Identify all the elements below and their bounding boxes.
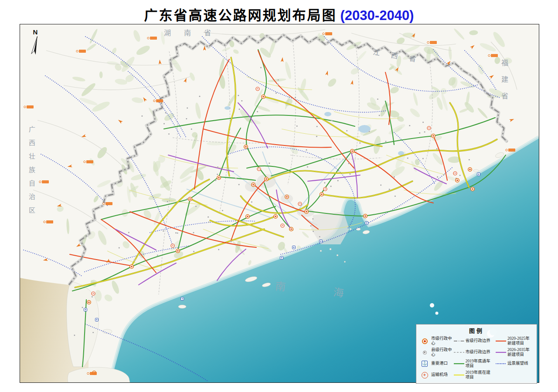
title-year: (2030-2040) (340, 8, 414, 23)
county-marker (92, 332, 94, 333)
county-marker (238, 95, 239, 96)
compass-north-label: N (28, 29, 43, 35)
city-label-chip (103, 202, 112, 205)
port-marker (181, 297, 184, 301)
county-marker (218, 249, 219, 250)
svg-text:✈: ✈ (281, 224, 283, 227)
county-marker (217, 166, 218, 168)
city-marker (274, 215, 277, 218)
airport-marker: ✈ (171, 244, 174, 247)
county-marker (82, 307, 83, 308)
county-marker (409, 125, 410, 126)
county-marker (191, 128, 192, 130)
airport-marker: ✈ (298, 202, 302, 206)
county-marker (215, 180, 216, 181)
county-marker (157, 254, 158, 256)
port-marker (320, 240, 323, 243)
legend-item-prospect: 远景展望线 (496, 358, 534, 369)
city-marker (217, 176, 221, 179)
county-marker (295, 97, 296, 98)
county-marker (377, 98, 378, 100)
county-marker (241, 100, 242, 101)
legend-item-city-center: 市级行政中心 (419, 335, 452, 347)
county-marker (437, 176, 438, 178)
county-marker (324, 182, 325, 183)
county-marker (260, 67, 262, 68)
svg-text:✈: ✈ (256, 88, 259, 90)
legend-item-construction-2019: 2019年底在建项目 (454, 369, 494, 381)
county-marker (238, 108, 240, 110)
airport-marker: ✈ (323, 187, 327, 191)
city-label-chip (44, 220, 53, 223)
county-marker (92, 296, 93, 297)
legend-item-new-2020-2025: 2020-2025年新建项目 (496, 335, 534, 347)
city-label-chip (87, 372, 97, 375)
city-label-chip (76, 50, 86, 53)
new-2026-2035-line-icon (496, 351, 506, 354)
county-marker (395, 196, 396, 197)
port-marker (95, 318, 99, 321)
city-marker (244, 145, 248, 149)
legend-item-new-2026-2035: 2026-2035年新建项目 (496, 347, 534, 358)
county-marker (186, 118, 187, 119)
compass: N (28, 29, 43, 58)
legend-title: 图例 (419, 326, 534, 335)
county-marker (134, 259, 135, 260)
county-marker (469, 159, 470, 160)
county-marker (436, 148, 438, 149)
port-marker (365, 222, 368, 225)
county-marker (443, 174, 444, 176)
svg-text:✈: ✈ (324, 188, 326, 190)
airport-marker: ✈ (281, 224, 284, 227)
port-marker (280, 257, 283, 260)
county-marker (346, 130, 347, 132)
county-marker (276, 92, 277, 94)
legend-item-provincial-boundary: 省级行政边界 (454, 335, 494, 347)
legend-item-transport-airport: ✈ 运输机场 (419, 369, 452, 381)
opened-2019-line-icon (454, 362, 464, 365)
county-marker (165, 112, 166, 113)
county-marker (269, 162, 270, 164)
county-marker (222, 210, 223, 211)
county-marker (217, 174, 218, 175)
city-label-chip (84, 160, 93, 163)
county-marker (459, 175, 460, 176)
county-marker (385, 141, 386, 142)
city-marker (130, 265, 133, 268)
legend-item-major-port: ⚓ 重要港口 (419, 358, 452, 369)
county-marker (187, 107, 188, 108)
legend-item-opened-2019: 2019年底通车项目 (454, 358, 494, 369)
county-marker (312, 218, 313, 220)
city-marker (432, 134, 435, 138)
compass-arrow-icon (31, 35, 40, 56)
svg-text:✈: ✈ (258, 168, 260, 170)
county-marker-icon (423, 351, 427, 355)
construction-2019-line-icon (454, 374, 464, 376)
county-marker (187, 198, 188, 199)
county-marker (424, 131, 425, 132)
city-label-chip (427, 41, 437, 44)
county-marker (193, 251, 194, 252)
city-marker (176, 249, 180, 253)
map-frame: ✈✈✈✈✈✈✈✈✈ N 湖南省 江西省 福建省 广西壮族自治区 南 海 图例 市… (20, 24, 539, 383)
county-marker (163, 230, 164, 232)
county-marker (177, 232, 178, 233)
port-marker (477, 173, 480, 176)
county-marker (331, 120, 332, 121)
county-marker (330, 186, 331, 187)
county-marker (348, 163, 349, 164)
city-marker (350, 149, 354, 153)
county-marker (141, 115, 143, 117)
airport-icon: ✈ (422, 372, 428, 378)
city-label-chip (323, 32, 332, 35)
county-marker (422, 158, 424, 159)
county-marker (316, 126, 318, 127)
city-marker (188, 197, 192, 201)
svg-text:✈: ✈ (171, 244, 174, 247)
county-marker (368, 131, 370, 132)
county-marker (195, 206, 197, 207)
county-marker (257, 111, 258, 112)
new-2020-2025-line-icon (496, 340, 506, 342)
county-marker (319, 236, 320, 237)
svg-text:✈: ✈ (454, 172, 456, 175)
